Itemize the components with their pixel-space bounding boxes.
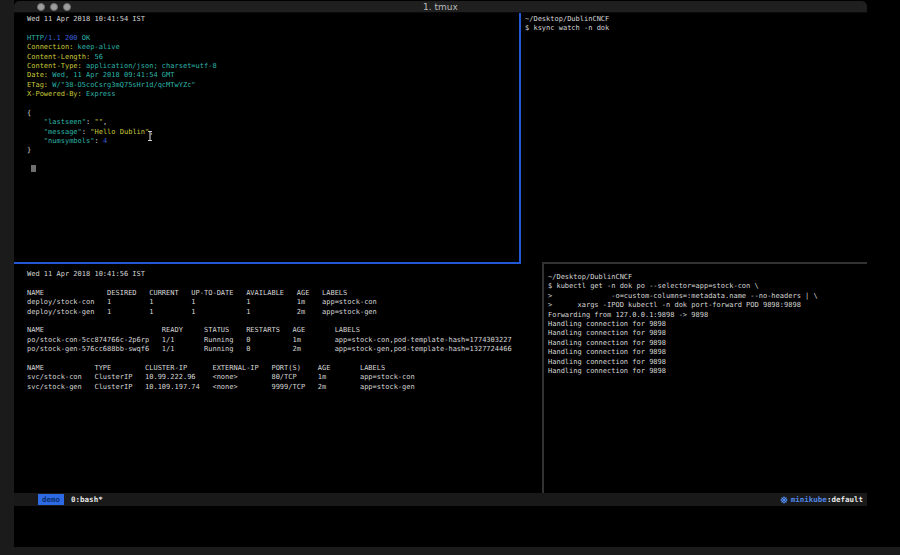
terminal-line: Content-Type: application/json; charset=… <box>27 62 519 71</box>
pane-divider-horizontal-left[interactable] <box>14 262 521 264</box>
tmux-status-bar: demo 0:bash* minikube :default <box>14 493 867 506</box>
terminal-window: 1. tmux Wed 11 Apr 2018 10:41:54 IST HTT… <box>14 1 867 547</box>
pane-port-forward[interactable]: ~/Desktop/DublinCNCF$ kubectl get -n dok… <box>544 264 867 493</box>
terminal-line: deploy/stock-gen 1 1 1 1 2m app=stock-ge… <box>27 308 542 317</box>
desktop: 1. tmux Wed 11 Apr 2018 10:41:54 IST HTT… <box>0 0 900 555</box>
pane-kubectl-resources[interactable]: Wed 11 Apr 2018 10:41:56 IST NAME DESIRE… <box>14 264 542 493</box>
terminal-line: Wed 11 Apr 2018 10:41:54 IST <box>27 15 519 24</box>
pane-http-response[interactable]: Wed 11 Apr 2018 10:41:54 IST HTTP/1.1 20… <box>14 13 519 262</box>
terminal-block-cursor <box>31 165 36 172</box>
terminal-line <box>27 317 542 326</box>
terminal-line: } <box>27 146 519 155</box>
kube-cluster-name: minikube <box>791 495 827 504</box>
terminal-line: Handling connection for 9898 <box>548 329 867 338</box>
terminal-line: X-Powered-By: Express <box>27 90 519 99</box>
terminal-line <box>27 355 542 364</box>
kubernetes-helm-icon <box>780 496 788 504</box>
terminal-line <box>27 24 519 33</box>
terminal-line: Wed 11 Apr 2018 10:41:56 IST <box>27 270 542 279</box>
desktop-background-bottom <box>0 547 900 555</box>
terminal-line: Handling connection for 9898 <box>548 339 867 348</box>
terminal-line: Forwarding from 127.0.0.1:9898 -> 9898 <box>548 311 867 320</box>
pane-divider-vertical-bottom[interactable] <box>542 264 544 493</box>
pane-ksync-watch[interactable]: ~/Desktop/DublinCNCF$ ksync watch -n dok <box>521 13 867 262</box>
kube-context-name: :default <box>827 495 863 504</box>
desktop-background-left <box>0 0 14 555</box>
window-tab-bash[interactable]: 0:bash* <box>71 495 103 504</box>
terminal-line: deploy/stock-con 1 1 1 1 1m app=stock-co… <box>27 298 542 307</box>
terminal-line <box>27 156 519 165</box>
terminal-line: $ kubectl get -n dok po --selector=app=s… <box>548 282 867 291</box>
window-title: 1. tmux <box>14 2 867 13</box>
terminal-line: > -o=custom-columns=:metadata.name --no-… <box>548 292 867 301</box>
window-titlebar: 1. tmux <box>14 1 867 13</box>
terminal-line: ~/Desktop/DublinCNCF <box>548 273 867 282</box>
terminal-line: "lastseen": "", <box>27 118 519 127</box>
terminal-line: Handling connection for 9898 <box>548 367 867 376</box>
terminal-line: ~/Desktop/DublinCNCF <box>525 15 867 24</box>
mouse-text-cursor <box>146 127 154 139</box>
terminal-line: NAME DESIRED CURRENT UP-TO-DATE AVAILABL… <box>27 289 542 298</box>
terminal-line: "numsymbols": 4 <box>27 137 519 146</box>
pane-divider-horizontal-right[interactable] <box>542 262 867 264</box>
terminal-line: Handling connection for 9898 <box>548 320 867 329</box>
terminal-line: Content-Length: 56 <box>27 53 519 62</box>
terminal-line <box>27 100 519 109</box>
terminal-line <box>27 279 542 288</box>
terminal-line: "message": "Hello Dublin", <box>27 128 519 137</box>
terminal-line: Handling connection for 9898 <box>548 358 867 367</box>
terminal-line: NAME READY STATUS RESTARTS AGE LABELS <box>27 326 542 335</box>
terminal-line: NAME TYPE CLUSTER-IP EXTERNAL-IP PORT(S)… <box>27 364 542 373</box>
terminal-line: Connection: keep-alive <box>27 43 519 52</box>
session-name-badge[interactable]: demo <box>38 494 64 505</box>
terminal-line: po/stock-con-5cc874766c-2p6rp 1/1 Runnin… <box>27 336 542 345</box>
terminal-line: svc/stock-con ClusterIP 10.99.222.96 <no… <box>27 373 542 382</box>
terminal-line: ETag: W/"38-O5coCsrg3mQ75sHr1d/qcMTwYZc" <box>27 81 519 90</box>
pane-divider-vertical-top[interactable] <box>519 13 521 263</box>
terminal-line: $ ksync watch -n dok <box>525 24 867 33</box>
terminal-line: > xargs -IPOD kubectl -n dok port-forwar… <box>548 301 867 310</box>
terminal-line: HTTP/1.1 200 OK <box>27 34 519 43</box>
terminal-line: svc/stock-gen ClusterIP 10.109.197.74 <n… <box>27 383 542 392</box>
terminal-line: Handling connection for 9898 <box>548 348 867 357</box>
terminal-line: po/stock-gen-576cc688bb-swqf6 1/1 Runnin… <box>27 345 542 354</box>
terminal-line: Date: Wed, 11 Apr 2018 09:41:54 GMT <box>27 71 519 80</box>
terminal-line <box>27 165 519 174</box>
terminal-line: { <box>27 109 519 118</box>
